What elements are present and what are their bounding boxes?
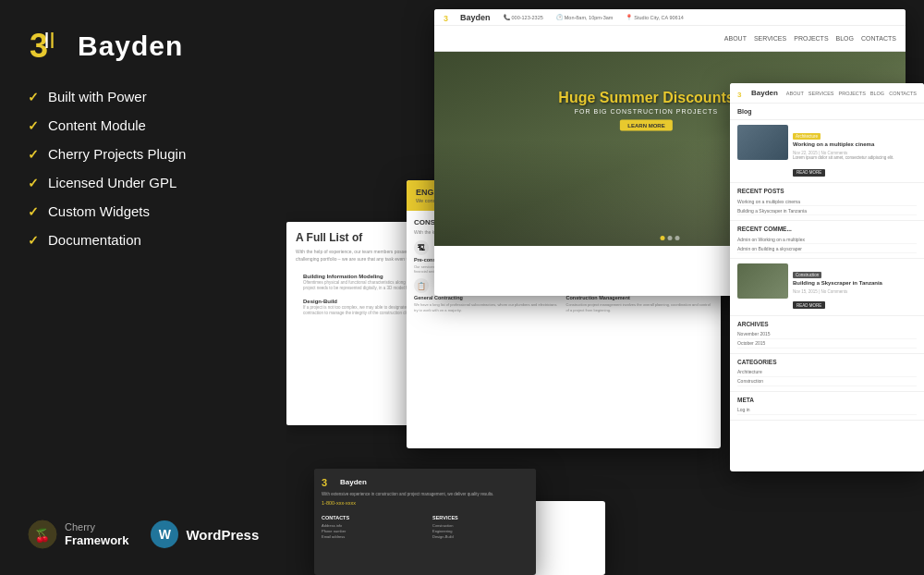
blog-post-1-tag: Construction [793,272,821,278]
svg-text:|: | [44,30,49,48]
blog-post-0-read-more[interactable]: READ MORE [793,169,825,177]
blog-post-1-meta: Nov 15, 2015 | No Comments [793,289,917,294]
categories-section: Categories Architecture Construction [730,354,924,392]
feature-item-1: ✓ Content Module [28,117,259,133]
nav-blog: BLOG [836,35,854,42]
check-icon-3: ✓ [28,176,39,190]
dot-3 [675,236,680,240]
recent-post-2: Building a Skyscraper in Tanzania [737,206,917,215]
meta-section: Meta Log in [730,392,924,421]
features-list: ✓ Built with Power ✓ Content Module ✓ Ch… [28,89,259,248]
ss-nav: ABOUT SERVICES PROJECTS BLOG CONTACTS [724,35,896,42]
category-2: Construction [737,377,917,386]
footer-phone: 1-800-xxx-xxxx [322,500,529,506]
footer-columns: Contacts Address info Phone number Email… [314,511,536,543]
blog-page-title: Blog [730,104,924,120]
footer-col-1-title: Services [432,515,529,520]
hero-title: Huge Summer Discounts [558,90,734,106]
blog-post-0-excerpt: Lorem ipsum dolor sit amet, consectetur … [793,155,917,161]
check-icon-2: ✓ [28,147,39,162]
archive-1: November 2015 [737,330,917,339]
wordpress-icon: W [151,520,178,548]
meta-title: Meta [737,397,917,403]
recent-comment-2: Admin on Building a skyscraper [737,244,917,253]
contracting-icon: 📋 [414,278,429,293]
slider-dots [661,236,680,240]
blog-post-0-title: Working on a multiplex cinema [793,141,917,149]
svg-text:3: 3 [322,477,327,488]
check-icon-5: ✓ [28,233,39,248]
pre-construction-icon: 🏗 [414,240,429,255]
right-panel: 3 Bayden 📞 000-123-2325 🕐 Mon-8am, 10pm-… [286,0,924,575]
blog-post-1-content: Construction Building a Skyscraper in Ta… [793,263,917,311]
svg-text:🍒: 🍒 [34,528,51,544]
recent-post-1: Working on a multiplex cinema [737,197,917,206]
meta-login: Log in [737,406,917,415]
nav-projects: PROJECTS [794,35,828,42]
feature-item-5: ✓ Documentation [28,232,259,248]
categories-title: Categories [737,359,917,365]
blog-nav-projects: PROJECTS [839,91,866,96]
nav-services: SERVICES [754,35,786,42]
hero-subtitle: FOR BIG CONSTRUCTION PROJECTS [558,108,734,115]
check-icon-1: ✓ [28,118,39,133]
cherry-framework-logo: 🍒 Cherry Framework [28,520,128,549]
check-icon-0: ✓ [28,90,39,104]
feature-item-0: ✓ Built with Power [28,89,259,104]
dot-1 [661,236,665,240]
blog-nav-blog: BLOG [870,91,884,96]
check-icon-4: ✓ [28,204,39,219]
archives-section: Archives November 2015 October 2015 [730,316,924,354]
hours-item: 🕐 Mon-8am, 10pm-3am [556,14,614,20]
footer-logo: 3 Bayden [322,474,529,489]
archives-title: Archives [737,321,917,327]
category-1: Architecture [737,368,917,377]
feature-item-4: ✓ Custom Widgets [28,203,259,219]
recent-comments-section: Recent Comme... Admin on Working on a mu… [730,221,924,259]
blog-post-1: Construction Building a Skyscraper in Ta… [730,259,924,316]
hero-cta[interactable]: LEARN MORE [620,120,672,131]
blog-post-0-tag: Architecture [793,133,821,140]
svg-text:3: 3 [737,91,742,99]
footer-col-1: Services Construction Engineering Design… [425,511,536,543]
blog-body: Blog Architecture Working on a multiplex… [730,104,924,421]
recent-comment-1: Admin on Working on a multiplex [737,235,917,244]
blog-nav: ABOUT SERVICES PROJECTS BLOG CONTACTS [786,91,917,96]
footer-col-0-title: Contacts [322,515,418,520]
logo-area: 3 | | Bayden [28,26,259,67]
blog-logo: 3 Bayden [737,88,778,99]
blog-post-1-image [737,263,788,299]
ss-contact-bar: 3 Bayden 📞 000-123-2325 🕐 Mon-8am, 10pm-… [434,9,906,26]
screenshot-blog: 3 Bayden ABOUT SERVICES PROJECTS BLOG CO… [730,83,924,471]
footer-col-1-item-2: Design-Build [432,533,529,539]
blog-nav-contacts: CONTACTS [889,91,917,96]
left-panel: 3 | | Bayden ✓ Built with Power ✓ Conten… [0,0,286,575]
bottom-logos: 🍒 Cherry Framework W WordPress [28,520,259,549]
brand-name: Bayden [78,31,183,62]
screenshot-footer: 3 Bayden With extensive experience in co… [314,469,536,575]
svg-text:|: | [50,30,55,48]
blog-post-0-content: Architecture Working on a multiplex cine… [793,125,917,177]
dot-2 [668,236,673,240]
blog-post-0-image [737,125,788,160]
blog-post-1-read-more[interactable]: READ MORE [793,301,825,309]
brand-logo-icon: 3 | | [28,26,68,67]
ss-navbar: ABOUT SERVICES PROJECTS BLOG CONTACTS [434,26,906,52]
blog-post-0: Architecture Working on a multiplex cine… [730,120,924,183]
archive-2: October 2015 [737,339,917,349]
recent-posts-section: Recent Posts Working on a multiplex cine… [730,183,924,221]
phone-item: 📞 000-123-2325 [504,14,543,20]
blog-nav-about: ABOUT [786,91,804,96]
svg-text:3: 3 [444,14,448,23]
ss-small-logo: 3 Bayden [444,11,491,24]
blog-post-1-title: Building a Skyscraper in Tanzania [793,280,917,288]
footer-tagline: With extensive experience in constructio… [322,492,529,497]
footer-col-0: Contacts Address info Phone number Email… [314,511,425,543]
blog-nav-services: SERVICES [808,91,834,96]
footer-brand-name: Bayden [340,478,367,486]
blog-header: 3 Bayden ABOUT SERVICES PROJECTS BLOG CO… [730,83,924,104]
wordpress-logo: W WordPress [151,520,259,548]
feature-item-3: ✓ Licensed Under GPL [28,175,259,190]
nav-about: ABOUT [724,35,747,42]
nav-contacts: CONTACTS [861,35,896,42]
